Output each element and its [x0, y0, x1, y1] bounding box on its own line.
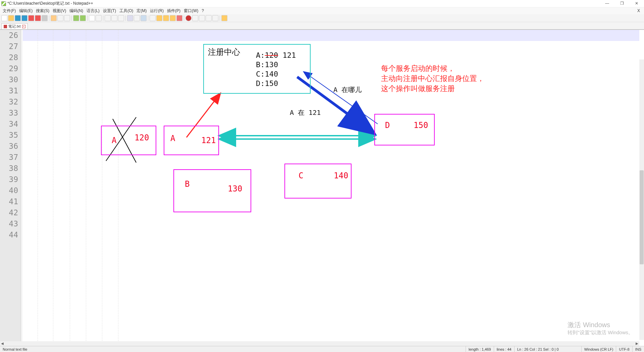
line-number: 26	[0, 30, 23, 41]
all-chars-icon[interactable]	[134, 15, 140, 21]
folder-icon[interactable]	[170, 15, 176, 21]
menu-settings[interactable]: 设置(T)	[102, 8, 117, 14]
svg-line-3	[297, 77, 373, 132]
line-number: 28	[0, 52, 23, 63]
service-c-value: 140	[334, 171, 348, 180]
tabstrip: 笔记.txt ×	[0, 22, 644, 30]
menu-edit[interactable]: 编辑(E)	[18, 8, 34, 14]
tab-label: 笔记.txt	[8, 24, 21, 29]
menu-file[interactable]: 文件(F)	[1, 8, 17, 14]
save-icon[interactable]	[15, 15, 21, 21]
undo-icon[interactable]	[73, 15, 79, 21]
userlang-icon[interactable]	[150, 15, 156, 21]
toolbar-separator	[87, 15, 88, 21]
new-file-icon[interactable]	[1, 15, 7, 21]
line-number: 42	[0, 207, 23, 218]
window-title: *C:\Users\teacher\Desktop\笔记.txt - Notep…	[7, 1, 600, 6]
line-number: 32	[0, 96, 23, 107]
scroll-left-icon[interactable]: ◀	[0, 341, 5, 346]
find-icon[interactable]	[89, 15, 95, 21]
close-file-icon[interactable]	[28, 15, 34, 21]
indent-guide-icon[interactable]	[141, 15, 147, 21]
service-d-box: D 150	[374, 114, 435, 145]
horizontal-scrollbar[interactable]: ◀ ▶	[0, 341, 639, 346]
menu-language[interactable]: 语言(L)	[85, 8, 101, 14]
service-a2-box: A 121	[164, 126, 219, 155]
record-icon[interactable]	[185, 15, 192, 21]
menubar: 文件(F) 编辑(E) 搜索(S) 视图(V) 编码(N) 语言(L) 设置(T…	[0, 7, 644, 14]
menu-help[interactable]: ?	[200, 8, 205, 13]
service-a2-label: A	[170, 134, 175, 143]
toolbar-separator	[71, 15, 72, 21]
close-button[interactable]: ✕	[629, 0, 644, 7]
close-all-icon[interactable]	[35, 15, 41, 21]
watermark-line1: 激活 Windows	[568, 320, 633, 329]
paste-icon[interactable]	[64, 15, 70, 21]
scroll-right-icon[interactable]: ▶	[635, 341, 639, 346]
service-b-label: B	[185, 179, 190, 189]
editor-content[interactable]: 注册中心 A:120 121 B:130 C:140 D:150 A 120 A…	[23, 30, 639, 346]
menu-macro[interactable]: 宏(M)	[135, 8, 148, 14]
func-list-icon[interactable]	[163, 15, 169, 21]
zoom-in-icon[interactable]	[105, 15, 111, 21]
file-tab[interactable]: 笔记.txt ×	[1, 23, 28, 29]
line-number: 44	[0, 229, 23, 240]
current-line-highlight	[23, 30, 639, 41]
service-b-box: B 130	[173, 169, 251, 212]
toolbar-separator	[103, 15, 103, 21]
status-encoding[interactable]: UTF-8	[616, 346, 632, 352]
menu-encoding[interactable]: 编码(N)	[68, 8, 85, 14]
tab-close-icon[interactable]: ×	[22, 25, 25, 28]
save-macro-icon[interactable]	[212, 15, 218, 21]
minimize-button[interactable]: —	[600, 0, 614, 7]
annotation-note: 每个服务启动的时候， 主动向注册中心汇报自身位置， 这个操作叫做服务注册	[381, 63, 484, 94]
redo-icon[interactable]	[80, 15, 86, 21]
menu-window[interactable]: 窗口(W)	[182, 8, 200, 14]
toolbar-separator	[220, 15, 220, 21]
line-number: 41	[0, 196, 23, 207]
save-all-icon[interactable]	[21, 15, 28, 21]
titlebar: *C:\Users\teacher\Desktop\笔记.txt - Notep…	[0, 0, 644, 7]
statusbar: Normal text file length : 1,469 lines : …	[0, 346, 644, 352]
annotation-layer: 注册中心 A:120 121 B:130 C:140 D:150 A 120 A…	[46, 30, 635, 346]
wordwrap-icon[interactable]	[127, 15, 133, 21]
app-icon	[1, 1, 6, 6]
editor[interactable]: 26 27 28 29 30 31 32 33 34 35 36 37 38 3…	[0, 30, 644, 346]
cut-icon[interactable]	[51, 15, 57, 21]
menu-plugins[interactable]: 插件(P)	[166, 8, 182, 14]
service-a2-value: 121	[201, 136, 216, 145]
play-icon[interactable]	[199, 15, 205, 21]
toolbar-separator	[125, 15, 126, 21]
stop-icon[interactable]	[192, 15, 198, 21]
menubar-close-x[interactable]: X	[636, 8, 641, 13]
maximize-button[interactable]: ❐	[614, 0, 629, 7]
replace-icon[interactable]	[96, 15, 102, 21]
status-insert-mode[interactable]: INS	[632, 346, 644, 352]
scroll-track[interactable]	[5, 341, 635, 346]
play-multi-icon[interactable]	[206, 15, 212, 21]
scroll-thumb[interactable]	[640, 170, 644, 264]
toolbar-separator	[49, 15, 49, 21]
doc-map-icon[interactable]	[156, 15, 162, 21]
note-line: 这个操作叫做服务注册	[381, 84, 484, 94]
service-d-value: 150	[414, 121, 428, 130]
registry-row: C:140	[256, 70, 296, 79]
menu-view[interactable]: 视图(V)	[51, 8, 67, 14]
copy-icon[interactable]	[57, 15, 63, 21]
open-icon[interactable]	[8, 15, 14, 21]
monitor-icon[interactable]	[176, 15, 182, 21]
menu-tools[interactable]: 工具(O)	[118, 8, 135, 14]
menu-run[interactable]: 运行(R)	[149, 8, 165, 14]
watermark-line2: 转到"设置"以激活 Windows。	[568, 329, 633, 336]
zoom-out-icon[interactable]	[111, 15, 117, 21]
sync-icon[interactable]	[118, 15, 124, 21]
extra-icon[interactable]	[221, 15, 227, 21]
status-lines: lines : 44	[494, 346, 514, 352]
vertical-scrollbar[interactable]	[639, 59, 644, 340]
menu-search[interactable]: 搜索(S)	[35, 8, 51, 14]
status-eol[interactable]: Windows (CR LF)	[581, 346, 616, 352]
service-c-label: C	[299, 171, 303, 180]
registry-box: 注册中心 A:120 121 B:130 C:140 D:150	[203, 44, 311, 94]
print-icon[interactable]	[42, 15, 48, 21]
service-c-box: C 140	[284, 164, 352, 199]
